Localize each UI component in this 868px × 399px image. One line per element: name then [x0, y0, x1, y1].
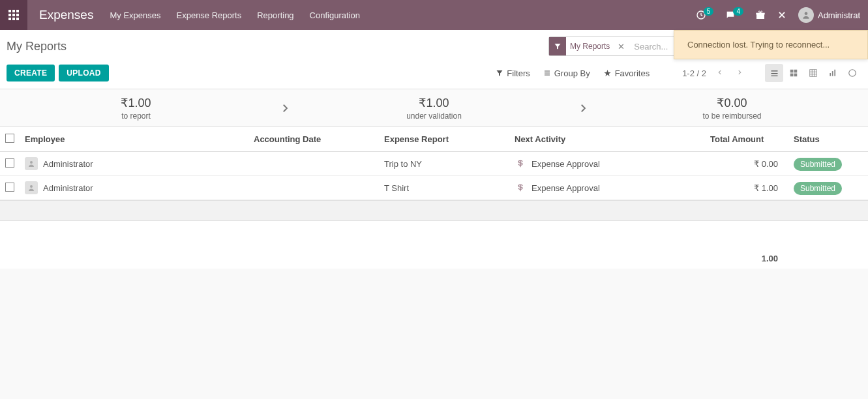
employee-name: Administrator	[43, 183, 93, 193]
svg-rect-16	[794, 74, 798, 77]
col-total-amount[interactable]: Total Amount	[705, 127, 783, 152]
svg-rect-1	[12, 10, 15, 12]
dollar-icon	[515, 158, 526, 170]
discuss-button[interactable]: 4	[725, 10, 743, 20]
view-switcher	[765, 64, 861, 82]
col-status[interactable]: Status	[783, 127, 868, 152]
svg-rect-14	[794, 70, 798, 73]
view-graph[interactable]	[824, 64, 842, 82]
download-button[interactable]	[117, 68, 126, 78]
status-under-validation[interactable]: ₹1.00 under validation	[298, 89, 570, 126]
toast-message: Connection lost. Trying to reconnect...	[687, 40, 830, 50]
debug-button[interactable]	[777, 10, 786, 20]
star-icon	[603, 69, 612, 78]
nav-configuration[interactable]: Configuration	[310, 10, 360, 20]
status-reimbursed[interactable]: ₹0.00 to be reimbursed	[596, 89, 868, 126]
view-activity[interactable]	[843, 64, 861, 82]
list-icon	[543, 69, 551, 77]
table-row[interactable]: Administrator Trip to NY Expense Approva…	[0, 152, 868, 176]
groupby-dropdown[interactable]: Group By	[543, 68, 590, 78]
status-badge: Submitted	[794, 182, 842, 195]
list-view-icon	[770, 68, 779, 78]
expense-report-name: Trip to NY	[379, 152, 509, 176]
pivot-view-icon	[809, 68, 818, 78]
app-switcher[interactable]	[0, 0, 27, 30]
connection-toast: Connection lost. Trying to reconnect...	[674, 30, 868, 59]
svg-rect-20	[834, 70, 835, 76]
filters-dropdown[interactable]: Filters	[496, 68, 530, 78]
row-checkbox[interactable]	[5, 158, 14, 168]
svg-rect-15	[790, 74, 794, 77]
status-arrow-2	[570, 89, 596, 126]
view-list[interactable]	[765, 64, 783, 82]
status-to-report[interactable]: ₹1.00 to report	[0, 89, 272, 126]
view-pivot[interactable]	[804, 64, 822, 82]
user-menu[interactable]: Administrat	[798, 7, 860, 23]
expense-table: Employee Accounting Date Expense Report …	[0, 127, 868, 200]
svg-point-12	[805, 12, 808, 15]
chevron-right-icon	[577, 100, 589, 117]
download-icon	[117, 68, 126, 78]
table-footer: 1.00	[0, 221, 868, 269]
navbar: Expenses My Expenses Expense Reports Rep…	[0, 0, 868, 30]
gift-button[interactable]	[755, 10, 766, 20]
expense-report-name: T Shirt	[379, 176, 509, 200]
col-next-activity[interactable]: Next Activity	[509, 127, 705, 152]
nav-menu: My Expenses Expense Reports Reporting Co…	[110, 10, 359, 20]
col-accounting-date[interactable]: Accounting Date	[248, 127, 379, 152]
close-icon	[777, 10, 786, 20]
svg-rect-13	[790, 70, 794, 73]
to-report-amount: ₹1.00	[121, 96, 151, 110]
footer-total: 1.00	[705, 221, 783, 269]
view-kanban[interactable]	[785, 64, 803, 82]
pager: 1-2 / 2	[682, 66, 745, 81]
reimb-label: to be reimbursed	[702, 111, 761, 121]
nav-expense-reports[interactable]: Expense Reports	[177, 10, 242, 20]
activities-button[interactable]: 5	[696, 10, 714, 20]
col-expense-report[interactable]: Expense Report	[379, 127, 509, 152]
grid-icon	[8, 10, 19, 20]
kanban-view-icon	[789, 68, 798, 78]
total-amount: ₹ 1.00	[705, 176, 783, 200]
pager-next[interactable]	[734, 66, 745, 81]
upload-button[interactable]: UPLOAD	[59, 65, 108, 81]
table-row[interactable]: Administrator T Shirt Expense Approval ₹…	[0, 176, 868, 200]
nav-right: 5 4 Administrat	[696, 7, 868, 23]
accounting-date	[248, 176, 379, 200]
table-gap	[0, 200, 868, 221]
svg-rect-6	[8, 18, 11, 20]
app-brand[interactable]: Expenses	[39, 8, 93, 22]
pager-prev[interactable]	[714, 66, 726, 81]
pager-text[interactable]: 1-2 / 2	[682, 68, 706, 78]
breadcrumb: My Reports	[7, 40, 67, 53]
select-all-checkbox[interactable]	[5, 134, 14, 143]
svg-rect-7	[12, 18, 15, 20]
svg-rect-0	[8, 10, 11, 12]
next-activity: Expense Approval	[531, 183, 600, 193]
chevron-left-icon	[717, 68, 723, 76]
graph-view-icon	[828, 68, 837, 78]
under-val-label: under validation	[406, 111, 462, 121]
favorites-dropdown[interactable]: Favorites	[603, 68, 650, 78]
svg-rect-19	[832, 71, 833, 76]
under-val-amount: ₹1.00	[419, 96, 449, 110]
nav-reporting[interactable]: Reporting	[257, 10, 293, 20]
footer-table: 1.00	[0, 221, 868, 269]
svg-rect-8	[16, 18, 19, 20]
employee-name: Administrator	[43, 159, 93, 169]
chevron-right-icon	[279, 100, 291, 117]
row-checkbox[interactable]	[5, 183, 14, 192]
nav-my-expenses[interactable]: My Expenses	[110, 10, 160, 20]
discuss-badge: 4	[733, 7, 743, 16]
user-name: Administrat	[818, 10, 860, 20]
user-avatar-icon	[798, 7, 814, 23]
col-employee[interactable]: Employee	[20, 127, 248, 152]
activities-badge: 5	[704, 7, 714, 16]
create-button[interactable]: CREATE	[7, 65, 55, 81]
to-report-label: to report	[121, 111, 151, 121]
svg-rect-3	[8, 14, 11, 16]
facet-remove[interactable]: ✕	[614, 42, 629, 52]
chevron-right-icon	[736, 68, 743, 76]
filter-icon	[496, 69, 503, 77]
reimb-amount: ₹0.00	[717, 96, 747, 110]
